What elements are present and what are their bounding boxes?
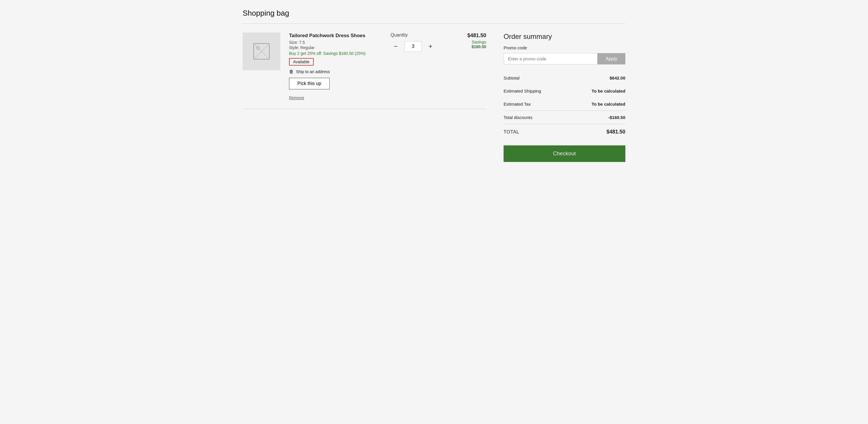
subtotal-value: $642.00 (610, 76, 625, 80)
product-size: Size: 7.5 (289, 40, 382, 45)
quantity-increase-button[interactable]: + (425, 41, 436, 52)
tax-label: Estimated Tax (503, 102, 531, 107)
savings-label: Savings (452, 40, 486, 45)
total-label: TOTAL (503, 130, 519, 135)
tax-value: To be calculated (592, 102, 625, 107)
ship-row: 🗑 Ship to an address (289, 69, 382, 74)
price-section: $481.50 Savings $160.50 (452, 32, 486, 100)
cart-item: Tailored Patchwork Dress Shoes Size: 7.5… (243, 32, 486, 109)
total-value: $481.50 (607, 129, 625, 135)
remove-button[interactable]: Remove (289, 95, 304, 100)
item-price: $481.50 (452, 32, 486, 38)
promo-code-label: Promo code (503, 45, 625, 50)
summary-rows: Subtotal $642.00 Estimated Shipping To b… (503, 72, 625, 140)
image-placeholder-icon (253, 43, 270, 60)
product-name: Tailored Patchwork Dress Shoes (289, 32, 382, 39)
discounts-label: Total discounts (503, 115, 532, 120)
order-summary: Order summary Promo code Apply Subtotal … (503, 32, 625, 162)
quantity-label: Quantity (391, 32, 408, 38)
discounts-row: Total discounts -$160.50 (503, 111, 625, 124)
pickup-button[interactable]: Pick this up (289, 78, 330, 89)
product-image (243, 32, 280, 70)
total-row: TOTAL $481.50 (503, 124, 625, 140)
summary-title: Order summary (503, 32, 625, 40)
savings-amount: $160.50 (452, 45, 486, 49)
ship-icon: 🗑 (289, 69, 294, 74)
subtotal-row: Subtotal $642.00 (503, 72, 625, 84)
product-style: Style: Regular (289, 45, 382, 50)
checkout-button[interactable]: Checkout (503, 145, 625, 162)
quantity-section: Quantity − + (391, 32, 443, 100)
top-divider (243, 24, 625, 24)
ship-option-label: Ship to an address (296, 69, 330, 74)
subtotal-label: Subtotal (503, 76, 520, 80)
availability-badge: Available (289, 58, 314, 65)
quantity-controls: − + (391, 41, 436, 52)
page-title: Shopping bag (243, 9, 625, 18)
promo-row: Apply (503, 53, 625, 64)
promo-input[interactable] (503, 53, 597, 64)
shipping-label: Estimated Shipping (503, 88, 541, 93)
shipping-value: To be calculated (592, 88, 625, 93)
quantity-decrease-button[interactable]: − (391, 41, 401, 52)
product-details: Tailored Patchwork Dress Shoes Size: 7.5… (289, 32, 382, 100)
main-layout: Tailored Patchwork Dress Shoes Size: 7.5… (243, 32, 625, 162)
quantity-input[interactable] (404, 41, 422, 52)
apply-button[interactable]: Apply (597, 53, 625, 64)
cart-section: Tailored Patchwork Dress Shoes Size: 7.5… (243, 32, 486, 109)
discounts-value: -$160.50 (608, 115, 625, 120)
product-promo: Buy 2 get 25% off: Savings $160.50 (25%) (289, 51, 382, 56)
shipping-row: Estimated Shipping To be calculated (503, 84, 625, 97)
tax-row: Estimated Tax To be calculated (503, 97, 625, 111)
